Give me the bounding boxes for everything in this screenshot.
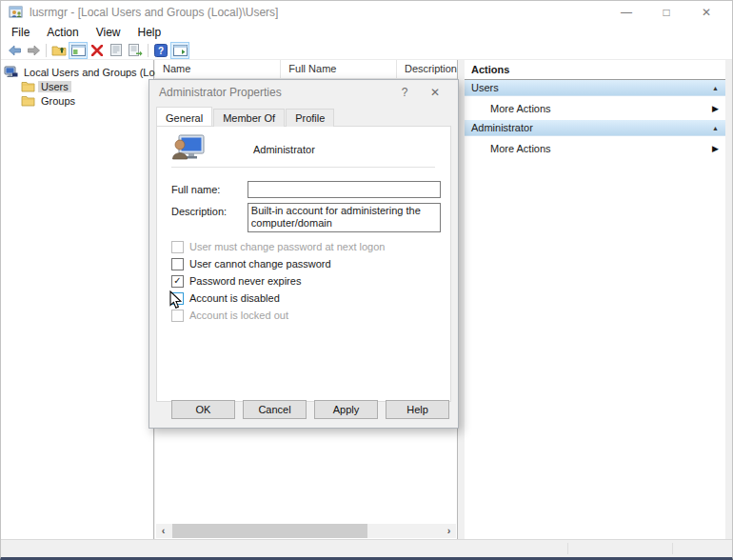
help-button[interactable]: Help [386, 400, 449, 419]
actions-section-users-label: Users [471, 82, 499, 93]
checkbox-box [171, 310, 184, 322]
checkbox-account-is-disabled[interactable]: Account is disabled [171, 291, 280, 305]
apply-button[interactable]: Apply [314, 400, 378, 419]
show-console-tree-icon[interactable] [69, 42, 88, 59]
full-name-label: Full name: [171, 181, 248, 198]
mouse-cursor [169, 290, 183, 310]
checkbox-box-checked[interactable]: ✓ [171, 275, 184, 288]
tab-general[interactable]: General [156, 107, 212, 126]
cancel-button[interactable]: Cancel [243, 400, 307, 419]
user-account-icon [171, 134, 206, 165]
dialog-close-button[interactable]: ✕ [420, 86, 450, 99]
delete-icon[interactable] [88, 42, 107, 59]
administrator-more-actions[interactable]: More Actions ▶ [465, 136, 725, 160]
tree-item-groups[interactable]: Groups [1, 93, 153, 108]
toolbar-separator [46, 44, 47, 57]
toolbar-separator [148, 44, 149, 57]
menu-bar: File Action View Help [1, 24, 732, 41]
collapse-icon[interactable]: ▲ [712, 85, 719, 91]
toolbar: ? [1, 41, 732, 60]
forward-icon[interactable] [24, 42, 43, 59]
checkbox-box[interactable] [171, 258, 184, 270]
dialog-tabs: General Member Of Profile [149, 109, 458, 127]
checkbox-user-cannot-change-password[interactable]: User cannot change password [171, 257, 331, 270]
folder-icon [21, 80, 35, 92]
scrollbar-track[interactable] [170, 524, 442, 538]
checkbox-user-must-change-password: User must change password at next logon [171, 240, 385, 253]
administrator-more-actions-label: More Actions [490, 143, 551, 154]
general-tab-page: Administrator Full name: Description: Bu… [156, 126, 451, 402]
column-header-full-name[interactable]: Full Name [281, 60, 397, 78]
checkbox-box [171, 241, 184, 253]
collapse-icon[interactable]: ▲ [712, 125, 719, 131]
statusbar-separator [567, 543, 568, 554]
tree-item-users-label: Users [38, 81, 71, 92]
scroll-left-arrow[interactable]: ‹ [156, 524, 170, 538]
up-one-level-icon[interactable] [50, 42, 69, 59]
column-header-name[interactable]: Name [155, 60, 281, 78]
actions-section-users[interactable]: Users ▲ [465, 80, 725, 96]
lusrmgr-window: lusrmgr - [Local Users and Groups (Local… [0, 0, 733, 560]
menu-view[interactable]: View [88, 26, 129, 39]
app-icon [9, 5, 24, 20]
dialog-help-button[interactable]: ? [389, 86, 420, 99]
status-bar [1, 539, 732, 557]
description-label: Description: [171, 203, 248, 232]
divider [171, 167, 435, 168]
horizontal-scrollbar[interactable]: ‹ › [156, 524, 456, 538]
properties-icon[interactable] [107, 42, 126, 59]
ok-button[interactable]: OK [171, 400, 235, 419]
tab-member-of[interactable]: Member Of [213, 109, 285, 127]
svg-text:?: ? [158, 45, 164, 55]
statusbar-separator [672, 543, 673, 554]
checkbox-account-is-locked-out: Account is locked out [171, 309, 288, 322]
back-icon[interactable] [5, 42, 24, 59]
tree-item-groups-label: Groups [38, 95, 78, 107]
help-icon[interactable]: ? [151, 42, 170, 59]
minimize-button[interactable]: — [606, 1, 646, 24]
folder-icon [21, 94, 35, 107]
dialog-title: Administrator Properties [159, 86, 282, 99]
users-more-actions[interactable]: More Actions ▶ [465, 96, 725, 120]
dialog-button-row: OK Cancel Apply Help [171, 400, 449, 419]
column-header-description[interactable]: Description [397, 60, 457, 78]
actions-panel-title: Actions [465, 60, 725, 80]
submenu-arrow-icon: ▶ [712, 144, 719, 153]
tree-root-label: Local Users and Groups (Local) [21, 67, 174, 78]
window-title: lusrmgr - [Local Users and Groups (Local… [30, 6, 278, 19]
menu-action[interactable]: Action [38, 26, 87, 39]
menu-file[interactable]: File [3, 26, 38, 39]
list-header: Name Full Name Description [155, 60, 457, 79]
actions-section-administrator-label: Administrator [471, 122, 533, 133]
computer-icon [4, 66, 18, 78]
scrollbar-thumb[interactable] [172, 524, 367, 538]
maximize-button[interactable]: □ [646, 1, 686, 24]
actions-panel: Actions Users ▲ More Actions ▶ Administr… [465, 60, 725, 539]
users-more-actions-label: More Actions [490, 103, 551, 114]
tab-profile[interactable]: Profile [286, 109, 334, 127]
export-list-icon[interactable] [126, 42, 145, 59]
dialog-titlebar: Administrator Properties ? ✕ [149, 80, 458, 105]
tree-item-users[interactable]: Users [1, 79, 153, 93]
show-action-pane-icon[interactable] [170, 42, 189, 59]
administrator-properties-dialog: Administrator Properties ? ✕ General Mem… [149, 79, 459, 429]
full-name-input[interactable] [248, 181, 441, 198]
tree-root-local-users-and-groups[interactable]: Local Users and Groups (Local) [1, 65, 153, 79]
submenu-arrow-icon: ▶ [712, 104, 719, 113]
console-tree-panel: Local Users and Groups (Local) Users Gro… [1, 60, 154, 539]
close-button[interactable]: ✕ [686, 1, 726, 24]
dialog-username: Administrator [253, 144, 315, 155]
actions-section-administrator[interactable]: Administrator ▲ [465, 120, 725, 136]
scroll-right-arrow[interactable]: › [442, 524, 456, 538]
description-input[interactable]: Built-in account for administering the c… [248, 203, 441, 232]
window-titlebar: lusrmgr - [Local Users and Groups (Local… [1, 1, 732, 24]
menu-help[interactable]: Help [129, 26, 170, 39]
checkbox-password-never-expires[interactable]: ✓ Password never expires [171, 274, 301, 288]
